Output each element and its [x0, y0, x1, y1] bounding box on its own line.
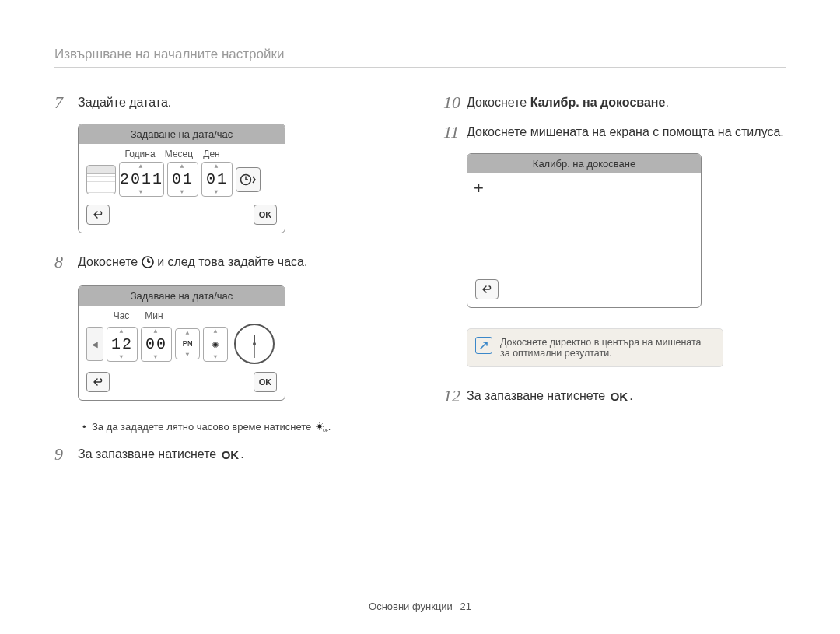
content-columns: 7 Задайте датата. Задаване на дата/час Г… — [54, 94, 786, 476]
text-before: За запазване натиснете — [467, 389, 609, 402]
step-text: Задайте датата. — [78, 94, 171, 111]
back-arrow-icon — [481, 285, 492, 294]
text-after: . — [240, 447, 243, 461]
footer-page-number: 21 — [460, 601, 471, 612]
right-column: 10 Докоснете Калибр. на докосване. 11 До… — [443, 94, 786, 476]
month-spinner[interactable]: ▲ 01 ▼ — [167, 162, 198, 197]
calibration-area[interactable]: + — [467, 173, 701, 279]
page-title: Извършване на началните настройки — [54, 47, 786, 68]
text-after: . — [629, 389, 632, 402]
hour-spinner[interactable]: ▲ 12 ▼ — [107, 327, 138, 362]
time-labels: Час Мин — [86, 310, 277, 321]
month-value: 01 — [172, 170, 194, 188]
date-device: Задаване на дата/час Година Месец Ден ▲ … — [78, 124, 285, 233]
text-bold: Калибр. на докосване — [530, 96, 666, 109]
left-column: 7 Задайте датата. Задаване на дата/час Г… — [54, 94, 397, 476]
step-number: 10 — [443, 94, 467, 111]
text-after: . — [665, 96, 668, 109]
footer-section: Основни функции — [369, 601, 453, 612]
device-body: Час Мин ◀ ▲ 12 ▼ ▲ 00 — [79, 306, 285, 372]
sun-off-icon: OFF — [314, 422, 328, 435]
device-title: Задаване на дата/час — [79, 124, 285, 144]
device-footer: OK — [79, 372, 285, 400]
label-month: Месец — [163, 149, 195, 159]
back-button[interactable] — [86, 205, 110, 225]
step-7: 7 Задайте датата. — [54, 94, 397, 111]
time-device: Задаване на дата/час Час Мин ◀ ▲ 12 ▼ — [78, 285, 285, 401]
step-text: Докоснете мишената на екрана с помощта н… — [467, 124, 784, 141]
text-after: и след това задайте часа. — [154, 255, 308, 268]
analog-clock-icon — [234, 324, 275, 364]
back-button[interactable] — [86, 372, 110, 392]
year-spinner[interactable]: ▲ 2011 ▼ — [119, 162, 164, 197]
text-before: За запазване натиснете — [78, 447, 220, 461]
device-title: Калибр. на докосване — [467, 154, 701, 173]
step-8: 8 Докоснете и след това задайте часа. — [54, 254, 397, 273]
step-number: 7 — [54, 94, 78, 111]
manual-page: Извършване на началните настройки 7 Зада… — [0, 0, 840, 634]
info-note: Докоснете директно в центъра на мишената… — [467, 328, 723, 367]
step-11: 11 Докоснете мишената на екрана с помощт… — [443, 124, 786, 141]
clock-next-icon — [240, 173, 257, 187]
step-text: Докоснете и след това задайте часа. — [78, 254, 307, 273]
device-body: Година Месец Ден ▲ 2011 ▼ — [79, 144, 285, 205]
minute-spinner[interactable]: ▲ 00 ▼ — [141, 327, 172, 362]
ampm-spinner[interactable]: ▲ PM ▼ — [175, 328, 200, 359]
device-footer — [467, 279, 701, 307]
step-number: 8 — [54, 254, 78, 271]
label-min: Мин — [138, 310, 170, 321]
ok-button[interactable]: OK — [254, 205, 277, 225]
day-value: 01 — [206, 170, 228, 188]
device-title: Задаване на дата/час — [79, 286, 285, 306]
step-12: 12 За запазване натиснете OK. — [443, 387, 786, 405]
step-10: 10 Докоснете Калибр. на докосване. — [443, 94, 786, 111]
date-labels: Година Месец Ден — [86, 149, 277, 159]
back-arrow-icon — [93, 377, 103, 387]
dst-note-text: За да зададете лятно часово време натисн… — [92, 421, 314, 433]
calibration-panel-wrapper: Калибр. на докосване + — [467, 153, 786, 308]
step-number: 11 — [443, 124, 467, 141]
sun-icon: ✺ — [212, 338, 219, 351]
step-number: 9 — [54, 446, 78, 463]
back-arrow-icon — [93, 210, 103, 219]
label-year: Година — [117, 149, 163, 159]
info-text: Докоснете директно в центъра на мишената… — [500, 337, 702, 359]
time-spinners: ◀ ▲ 12 ▼ ▲ 00 ▼ — [86, 324, 277, 364]
calibration-device: Калибр. на докосване + — [467, 153, 702, 308]
text-before: Докоснете — [467, 96, 530, 109]
dst-spinner[interactable]: ▲ ✺ ▼ — [203, 327, 228, 362]
year-value: 2011 — [120, 170, 163, 188]
label-day: Ден — [195, 149, 228, 159]
step-number: 12 — [443, 387, 467, 405]
date-panel-wrapper: Задаване на дата/час Година Месец Ден ▲ … — [78, 124, 397, 233]
day-spinner[interactable]: ▲ 01 ▼ — [201, 162, 233, 197]
dst-note-suffix: . — [328, 421, 331, 433]
text-before: Докоснете — [78, 255, 142, 268]
device-footer: OK — [79, 205, 285, 233]
hour-value: 12 — [111, 335, 133, 353]
minute-value: 00 — [145, 335, 167, 353]
step-text: За запазване натиснете OK. — [467, 387, 633, 405]
step-9: 9 За запазване натиснете OK. — [54, 446, 397, 464]
crosshair-target-icon[interactable]: + — [474, 180, 484, 197]
date-spinners: ▲ 2011 ▼ ▲ 01 ▼ ▲ 01 — [86, 162, 277, 197]
svg-line-14 — [322, 424, 323, 425]
label-hour: Час — [105, 310, 138, 321]
step-text: Докоснете Калибр. на докосване. — [467, 94, 669, 111]
clock-icon — [142, 256, 154, 273]
calendar-icon — [86, 165, 116, 194]
switch-to-time-button[interactable] — [236, 167, 261, 192]
svg-line-11 — [317, 424, 317, 425]
step-text: За запазване натиснете OK. — [78, 446, 244, 464]
dst-note: За да зададете лятно часово време натисн… — [82, 421, 397, 435]
prev-button[interactable]: ◀ — [86, 327, 103, 361]
ok-inline-icon: OK — [220, 447, 241, 464]
svg-text:OFF: OFF — [323, 428, 328, 433]
svg-point-6 — [318, 425, 321, 428]
ok-button[interactable]: OK — [254, 372, 277, 392]
ampm-value: PM — [182, 339, 192, 349]
page-footer: Основни функции 21 — [0, 601, 840, 612]
back-button[interactable] — [475, 279, 499, 299]
info-icon — [475, 337, 492, 354]
svg-line-13 — [317, 429, 317, 429]
